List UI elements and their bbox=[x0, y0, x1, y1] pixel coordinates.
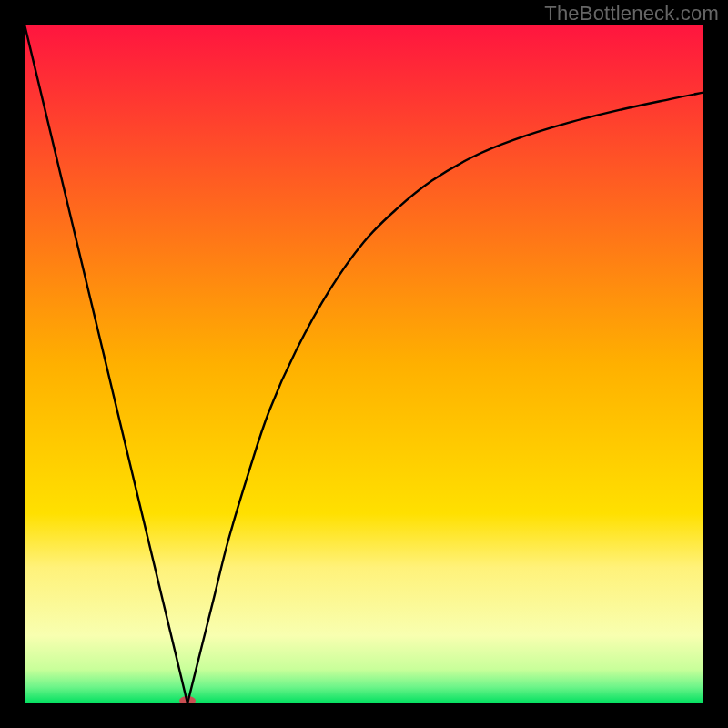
gradient-background bbox=[25, 25, 703, 703]
plot-area bbox=[25, 25, 703, 703]
plot-svg bbox=[25, 25, 703, 703]
chart-frame: TheBottleneck.com bbox=[0, 0, 728, 728]
watermark-text: TheBottleneck.com bbox=[544, 2, 719, 25]
